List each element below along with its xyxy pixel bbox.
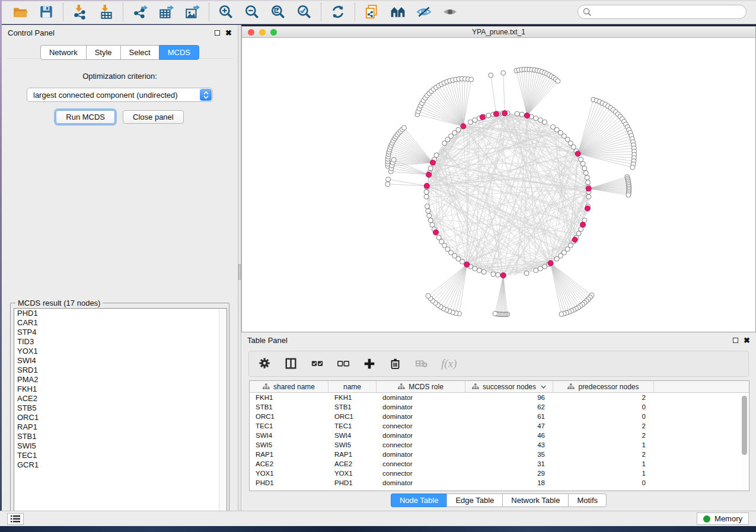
mcds-result-node[interactable]: SRD1: [14, 366, 227, 375]
cell-role: dominator: [377, 402, 465, 412]
tab-mcds[interactable]: MCDS: [159, 45, 199, 60]
cell-name: TEC1: [328, 421, 377, 431]
save-session-icon[interactable]: [36, 3, 57, 21]
table-row[interactable]: ACE2ACE2connector311: [250, 459, 741, 469]
table-row[interactable]: YOX1YOX1connector291: [250, 469, 741, 478]
table-scrollbar[interactable]: [741, 393, 748, 491]
tab-edge-table[interactable]: Edge Table: [446, 493, 502, 507]
run-mcds-button[interactable]: Run MCDS: [56, 110, 115, 124]
close-panel-icon[interactable]: ✖: [225, 30, 232, 36]
mcds-result-node[interactable]: GCR1: [14, 460, 227, 470]
column-header-predecessor-nodes[interactable]: predecessor nodes: [553, 381, 654, 392]
table-settings-icon[interactable]: [259, 357, 272, 370]
duplicate-network-icon[interactable]: [361, 3, 382, 21]
tab-style[interactable]: Style: [86, 45, 120, 60]
hide-selected-icon[interactable]: [413, 3, 435, 21]
apply-layout-icon[interactable]: [327, 3, 349, 21]
export-network-icon[interactable]: [129, 3, 151, 21]
column-header-name[interactable]: name: [328, 381, 377, 392]
add-column-icon[interactable]: [363, 357, 376, 370]
float-panel-icon[interactable]: [215, 30, 220, 36]
table-row[interactable]: PHD1PHD1dominator180: [250, 478, 741, 488]
cell-successors: 96: [465, 393, 553, 402]
network-graph[interactable]: [242, 38, 755, 332]
search-input[interactable]: [595, 8, 741, 16]
cell-shared_name: YOX1: [250, 469, 328, 478]
control-panel-tabs: NetworkStyleSelectMCDS: [2, 45, 238, 60]
splitter-handle[interactable]: [238, 264, 241, 280]
mcds-result-node[interactable]: STB5: [14, 403, 227, 413]
close-panel-button[interactable]: Close panel: [123, 110, 184, 124]
table-scrollbar-thumb[interactable]: [742, 396, 747, 455]
search-box[interactable]: [578, 5, 747, 19]
deselect-all-icon[interactable]: [337, 357, 350, 370]
network-column-icon: [472, 383, 479, 390]
mcds-result-node[interactable]: PHD1: [14, 309, 227, 318]
mcds-result-node[interactable]: PMA2: [14, 375, 227, 384]
status-list-button[interactable]: [7, 513, 24, 525]
cell-successors: 18: [465, 478, 553, 488]
export-table-icon[interactable]: [155, 3, 177, 21]
tab-network[interactable]: Network: [40, 45, 86, 60]
table-row[interactable]: ORC1ORC1dominator610: [250, 412, 741, 421]
column-header-MCDS-role[interactable]: MCDS role: [377, 381, 465, 392]
tab-node-table[interactable]: Node Table: [391, 493, 447, 507]
delete-column-icon[interactable]: [389, 357, 402, 370]
mcds-result-node[interactable]: RAP1: [14, 422, 227, 432]
mcds-result-node[interactable]: SWI5: [14, 441, 227, 451]
tab-motifs[interactable]: Motifs: [568, 493, 607, 507]
table-row[interactable]: STB1STB1dominator620: [250, 402, 741, 412]
search-icon: [583, 8, 591, 16]
zoom-in-icon[interactable]: [215, 3, 237, 21]
close-table-panel-icon[interactable]: ✖: [744, 338, 750, 343]
memory-button[interactable]: Memory: [697, 512, 749, 525]
select-stepper-icon: [200, 89, 212, 101]
mcds-result-node[interactable]: TID3: [14, 337, 227, 347]
import-network-icon[interactable]: [69, 3, 91, 21]
open-session-icon[interactable]: [9, 3, 31, 21]
cell-predecessors: 0: [553, 412, 654, 421]
column-header-shared-name[interactable]: shared name: [250, 381, 328, 392]
cell-role: dominator: [377, 412, 465, 421]
select-all-icon[interactable]: [311, 357, 324, 370]
mcds-result-node[interactable]: YOX1: [14, 347, 227, 356]
mcds-result-node[interactable]: CAR1: [14, 318, 227, 328]
mcds-result-node[interactable]: ACE2: [14, 394, 227, 403]
table-row[interactable]: SWI4SWI4dominator462: [250, 431, 741, 440]
mcds-result-node[interactable]: STB1: [14, 432, 227, 441]
mcds-result-node[interactable]: STP4: [14, 328, 227, 337]
zoom-selected-icon[interactable]: [294, 3, 315, 21]
cell-role: connector: [377, 440, 465, 450]
mcds-result-node[interactable]: SWI4: [14, 356, 227, 366]
zoom-fit-icon[interactable]: [267, 3, 289, 21]
float-table-panel-icon[interactable]: [733, 338, 738, 343]
network-canvas[interactable]: [242, 38, 755, 332]
mcds-result-list[interactable]: PHD1CAR1STP4TID3YOX1SWI4SRD1PMA2FKH1ACE2…: [14, 308, 227, 519]
cell-successors: 46: [465, 431, 553, 440]
zoom-out-icon[interactable]: [241, 3, 263, 21]
export-image-icon[interactable]: [181, 3, 203, 21]
desktop-wallpaper-bottom: [0, 526, 756, 532]
table-row[interactable]: TEC1TEC1connector472: [250, 421, 741, 431]
delete-table-icon: [415, 357, 428, 370]
show-all-icon[interactable]: [439, 3, 461, 21]
import-table-icon[interactable]: [95, 3, 117, 21]
table-row[interactable]: SWI5SWI5connector431: [250, 440, 741, 450]
result-list-scrollbar[interactable]: [219, 309, 227, 518]
first-neighbors-icon[interactable]: [387, 3, 409, 21]
column-header-successor-nodes[interactable]: successor nodes: [465, 381, 553, 392]
tab-select[interactable]: Select: [120, 45, 159, 60]
column-split-icon[interactable]: [285, 357, 298, 370]
cell-role: connector: [377, 469, 465, 478]
optimization-criterion-select[interactable]: largest connected component (undirected): [27, 88, 213, 102]
mcds-result-node[interactable]: ORC1: [14, 413, 227, 422]
mcds-result-node[interactable]: TEC1: [14, 451, 227, 460]
cell-name: SWI4: [328, 431, 377, 440]
mcds-result-node[interactable]: FKH1: [14, 384, 227, 394]
table-row[interactable]: FKH1FKH1dominator962: [250, 393, 741, 402]
tab-network-table[interactable]: Network Table: [502, 493, 568, 507]
cell-successors: 47: [465, 421, 553, 431]
table-row[interactable]: RAP1RAP1dominator352: [250, 450, 741, 459]
cell-successors: 43: [465, 440, 553, 450]
control-panel: Control Panel ✖ NetworkStyleSelectMCDS O…: [2, 25, 238, 511]
